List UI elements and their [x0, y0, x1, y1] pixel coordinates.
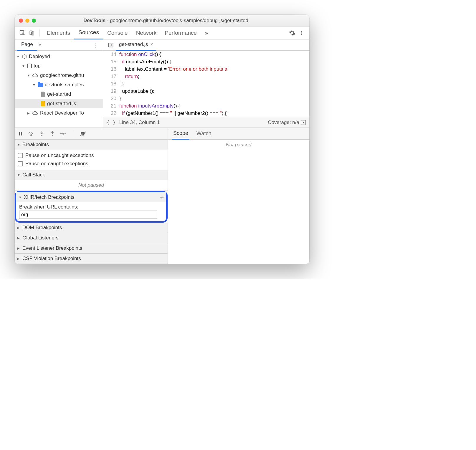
deployed-icon [22, 54, 27, 59]
line-number[interactable]: 14 [103, 51, 119, 58]
main-tab-bar: Elements Sources Console Network Perform… [15, 27, 309, 39]
dom-breakpoints-section: ▶DOM Breakpoints [15, 223, 168, 233]
xhr-breakpoints-section: ▼XHR/fetch Breakpoints+ Break when URL c… [16, 192, 166, 221]
window-titlebar: DevTools - googlechrome.github.io/devtoo… [15, 15, 309, 27]
coverage-label: Coverage: n/a [268, 120, 299, 125]
editor-status-bar: { } Line 34, Column 1 Coverage: n/a ▼ [103, 117, 309, 128]
event-breakpoints-header[interactable]: ▶Event Listener Breakpoints [15, 243, 168, 253]
dom-breakpoints-header[interactable]: ▶DOM Breakpoints [15, 223, 168, 233]
cloud-icon [32, 111, 38, 115]
kebab-menu-icon[interactable] [298, 30, 305, 36]
pause-caught-checkbox[interactable]: Pause on caught exceptions [18, 160, 165, 168]
step-button[interactable] [60, 130, 67, 137]
checkbox-icon [18, 153, 23, 158]
file-icon [41, 92, 45, 97]
line-number[interactable]: 20 [103, 95, 119, 102]
add-xhr-breakpoint-button[interactable]: + [160, 193, 164, 201]
close-window-button[interactable] [19, 19, 23, 23]
xhr-breakpoints-header[interactable]: ▼XHR/fetch Breakpoints+ [16, 192, 166, 202]
section-title: Event Listener Breakpoints [22, 245, 82, 251]
more-tabs-chevron-icon[interactable]: » [201, 27, 212, 39]
editor-tabs: get-started.js × [103, 39, 309, 51]
global-listeners-header[interactable]: ▶Global Listeners [15, 233, 168, 243]
tab-performance[interactable]: Performance [161, 27, 201, 39]
scope-pane: Scope Watch Not paused [168, 128, 309, 264]
tab-network[interactable]: Network [132, 27, 161, 39]
separator [73, 130, 73, 137]
svg-rect-1 [30, 31, 32, 34]
editor-pane: get-started.js × 14function onClick() { … [103, 39, 309, 128]
js-file-icon [41, 101, 45, 106]
pause-button[interactable] [17, 130, 24, 137]
tree-deployed[interactable]: ▼ Deployed [15, 52, 103, 61]
devtools-window: DevTools - googlechrome.github.io/devtoo… [15, 15, 309, 264]
line-number[interactable]: 16 [103, 65, 119, 73]
csp-breakpoints-header[interactable]: ▶CSP Violation Breakpoints [15, 254, 168, 264]
inspect-icon[interactable] [19, 30, 26, 36]
step-over-button[interactable] [28, 130, 35, 137]
tree-file-html[interactable]: get-started [15, 90, 103, 99]
callstack-header[interactable]: ▼Call Stack [15, 170, 168, 180]
tree-extension[interactable]: ▶ React Developer To [15, 108, 103, 118]
separator [39, 29, 40, 37]
page-url: googlechrome.github.io/devtools-samples/… [110, 18, 248, 23]
svg-point-13 [65, 133, 66, 134]
svg-point-12 [52, 135, 53, 136]
global-listeners-section: ▶Global Listeners [15, 233, 168, 243]
xhr-input-label: Break when URL contains: [19, 204, 163, 210]
tree-folder[interactable]: ▼ devtools-samples [15, 80, 103, 90]
tab-sources[interactable]: Sources [74, 26, 103, 39]
pause-uncaught-checkbox[interactable]: Pause on uncaught exceptions [18, 151, 165, 160]
deactivate-breakpoints-button[interactable] [80, 130, 87, 137]
section-title: CSP Violation Breakpoints [22, 256, 81, 262]
editor-tab-active[interactable]: get-started.js × [116, 39, 156, 51]
line-number[interactable]: 15 [103, 58, 119, 65]
svg-point-4 [301, 32, 302, 33]
settings-gear-icon[interactable] [289, 30, 295, 36]
line-number[interactable]: 18 [103, 80, 119, 87]
step-into-button[interactable] [38, 130, 45, 137]
code-editor[interactable]: 14function onClick() { 15 if (inputsAreE… [103, 51, 309, 117]
tree-top[interactable]: ▼ top [15, 61, 103, 71]
pretty-print-icon[interactable]: { } [107, 120, 116, 125]
breakpoints-header[interactable]: ▼Breakpoints [15, 140, 168, 150]
frame-icon [27, 64, 32, 68]
tab-scope[interactable]: Scope [172, 128, 189, 140]
line-number[interactable]: 21 [103, 102, 119, 110]
step-out-button[interactable] [49, 130, 56, 137]
tree-label: React Developer To [40, 110, 84, 116]
minimize-window-button[interactable] [25, 19, 29, 23]
maximize-window-button[interactable] [32, 19, 36, 23]
coverage-dropdown-icon[interactable]: ▼ [301, 120, 306, 125]
close-tab-icon[interactable]: × [150, 42, 153, 47]
csp-breakpoints-section: ▶CSP Violation Breakpoints [15, 254, 168, 264]
file-tree: ▼ Deployed ▼ top ▼ googlechrome.githu ▼ … [15, 51, 103, 119]
svg-rect-9 [21, 132, 22, 135]
tree-label: Deployed [29, 54, 50, 59]
section-title: Global Listeners [22, 235, 59, 241]
line-number[interactable]: 17 [103, 73, 119, 80]
scope-tabs: Scope Watch [168, 128, 309, 140]
toggle-navigator-icon[interactable] [108, 42, 114, 48]
xhr-url-input[interactable] [19, 211, 157, 219]
breakpoints-section: ▼Breakpoints Pause on uncaught exception… [15, 140, 168, 170]
device-toggle-icon[interactable] [29, 30, 35, 36]
tree-origin[interactable]: ▼ googlechrome.githu [15, 71, 103, 80]
navigator-more-icon[interactable]: » [39, 42, 42, 48]
line-number[interactable]: 22 [103, 110, 119, 117]
coverage-toggle[interactable]: Coverage: n/a ▼ [268, 120, 306, 125]
navigator-menu-icon[interactable]: ⋮ [90, 40, 100, 50]
navigator-tab-page[interactable]: Page [17, 39, 37, 51]
tab-watch[interactable]: Watch [195, 128, 212, 139]
checkbox-label: Pause on caught exceptions [25, 161, 88, 167]
tab-console[interactable]: Console [103, 27, 132, 39]
tab-elements[interactable]: Elements [43, 27, 74, 39]
callstack-not-paused: Not paused [15, 180, 168, 191]
tree-file-js[interactable]: get-started.js [15, 99, 103, 108]
checkbox-label: Pause on uncaught exceptions [25, 153, 94, 158]
svg-point-11 [41, 135, 42, 136]
line-number[interactable]: 19 [103, 87, 119, 95]
svg-point-5 [301, 34, 302, 35]
tree-label: top [34, 63, 41, 69]
tree-label: devtools-samples [45, 82, 84, 88]
